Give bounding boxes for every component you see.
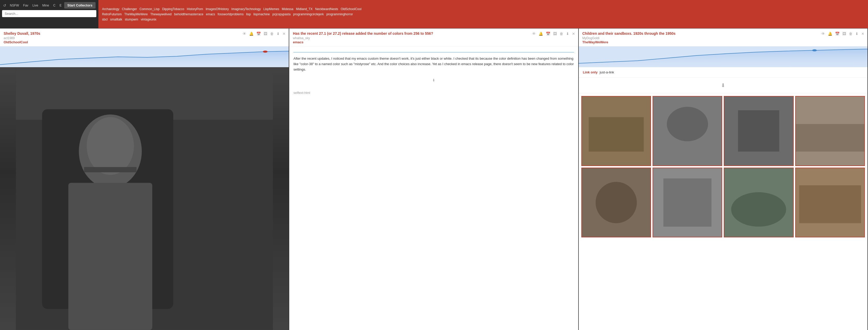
card-1-image-icon[interactable]: 🖼 xyxy=(263,31,268,36)
cards-area: Shelley Duvall, 1970s act1989 OldSchoolC… xyxy=(0,29,868,330)
subreddit-tag-neckbeardnests[interactable]: NeckbeardNests xyxy=(315,7,339,11)
nav-mine[interactable]: Mine xyxy=(41,3,51,8)
subreddit-tag-challenger[interactable]: Challenger xyxy=(121,7,137,11)
svg-point-5 xyxy=(79,114,142,188)
card-3-image-icon[interactable]: 🖼 xyxy=(842,31,846,36)
card-2: Has the recent 27.1 (or 27.2) release ad… xyxy=(289,29,579,330)
nav-buttons: ↺ NSFW Fav Live Mine C E Start Collector… xyxy=(2,2,96,8)
subreddit-tag-programminghorror[interactable]: programminghorror xyxy=(326,12,353,16)
card-3-bell-icon[interactable]: 🔔 xyxy=(827,31,833,36)
card-3-trash-icon[interactable]: 🗑 xyxy=(848,31,853,36)
subreddit-tag-emacs[interactable]: emacs xyxy=(205,12,215,16)
left-controls: ↺ NSFW Fav Live Mine C E Start Collector… xyxy=(0,0,98,28)
svg-rect-12 xyxy=(589,117,644,152)
start-collectors-button[interactable]: Start Collectors xyxy=(64,2,96,8)
thumb-2[interactable] xyxy=(653,96,722,166)
svg-marker-9 xyxy=(579,49,867,67)
nav-live[interactable]: Live xyxy=(31,3,40,8)
subreddit-tag-programmingcirclejerk[interactable]: programmingcirclejerk xyxy=(292,12,324,16)
card-3-author: MyDogGoldi xyxy=(582,36,864,40)
thumb-7[interactable] xyxy=(724,168,794,238)
thumb-1[interactable] xyxy=(581,96,651,166)
thumb-5[interactable] xyxy=(581,168,651,238)
subreddits-row-1: ArchaeologyChallengerCommon_LispDippingT… xyxy=(101,7,865,11)
subreddit-tag-beholdthemasterrace[interactable]: beholdthemasterrace xyxy=(174,12,204,16)
card-1-download-icon[interactable]: ⬇ xyxy=(276,31,280,36)
card-2-bell-icon[interactable]: 🔔 xyxy=(538,31,544,36)
subreddit-tag-thewaywewere[interactable]: TheWayWeWere xyxy=(124,12,148,16)
subreddit-tag-common_lisp[interactable]: Common_Lisp xyxy=(139,7,160,11)
svg-rect-8 xyxy=(84,167,137,172)
card-3-link-label: Link only xyxy=(583,70,598,74)
nav-e[interactable]: E xyxy=(58,3,63,8)
svg-rect-16 xyxy=(738,110,779,152)
card-3: Children and their sandboxs. 1920s throu… xyxy=(579,29,868,330)
search-input[interactable] xyxy=(2,10,96,17)
svg-point-10 xyxy=(812,49,817,51)
nav-fav[interactable]: Fav xyxy=(22,3,30,8)
card-1-bell-icon[interactable]: 🔔 xyxy=(249,31,254,36)
subreddit-tag-lispmemes[interactable]: LispMemes xyxy=(263,7,280,11)
thumb-3[interactable] xyxy=(724,96,794,166)
card-2-image-icon[interactable]: 🖼 xyxy=(553,31,557,36)
subreddit-tag-imagesofhistory[interactable]: ImagesOfHistory xyxy=(205,7,229,11)
card-1-graph xyxy=(0,47,289,67)
card-3-eye-icon[interactable]: 👁 xyxy=(821,31,826,36)
card-2-calendar-icon[interactable]: 📅 xyxy=(545,31,551,36)
subreddit-tag-retrofuturism[interactable]: RetroFuturism xyxy=(101,12,122,16)
subreddit-tag-dippingtobacco[interactable]: DippingTobacco xyxy=(162,7,185,11)
nav-nsfw[interactable]: NSFW xyxy=(8,3,21,8)
subreddit-tag-stumpwm[interactable]: stumpwm xyxy=(124,18,138,22)
thumb-6[interactable] xyxy=(653,168,722,238)
card-1-author: act1989 xyxy=(4,36,285,40)
thumb-8[interactable] xyxy=(795,168,865,238)
subreddit-tag-imaginarytechnology[interactable]: ImaginaryTechnology xyxy=(231,7,261,11)
card-3-close-icon[interactable]: ✕ xyxy=(861,31,865,36)
subreddit-tag-sbcl[interactable]: sbcl xyxy=(101,18,108,22)
subreddit-tag-midland_tx[interactable]: Midland_TX xyxy=(296,7,313,11)
subreddits-bar: ArchaeologyChallengerCommon_LispDippingT… xyxy=(98,0,868,28)
subreddit-tag-lisp[interactable]: lisp xyxy=(246,12,251,16)
svg-point-20 xyxy=(596,182,637,223)
card-1-image xyxy=(0,67,289,330)
card-3-download-icon[interactable]: ⬇ xyxy=(855,31,859,36)
svg-point-7 xyxy=(87,117,134,175)
refresh-button[interactable]: ↺ xyxy=(2,2,7,8)
card-2-subreddit: emacs xyxy=(293,40,575,44)
card-3-graph xyxy=(579,47,867,67)
card-3-subreddit: TheWayWeWere xyxy=(582,40,864,44)
subreddit-tag-fossworldproblems[interactable]: fossworldproblems xyxy=(217,12,244,16)
subreddit-tag-lispmachine[interactable]: lispmachine xyxy=(253,12,270,16)
card-2-center-download-icon[interactable]: ⬇ xyxy=(432,78,436,83)
card-1-trash-icon[interactable]: 🗑 xyxy=(270,31,274,36)
card-2-trash-icon[interactable]: 🗑 xyxy=(559,31,564,36)
subreddit-tag-smalltalk[interactable]: smalltalk xyxy=(110,18,123,22)
subreddit-tag-thewaywelived[interactable]: Thewaywelived xyxy=(150,12,172,16)
subreddit-tag-pcjcopypasta[interactable]: pcjcopypasta xyxy=(272,12,291,16)
subreddit-tag-midessa[interactable]: Midessa xyxy=(281,7,294,11)
svg-marker-0 xyxy=(0,51,289,67)
card-1-header: Shelley Duvall, 1970s act1989 OldSchoolC… xyxy=(0,29,289,47)
card-1-subreddit: OldSchoolCool xyxy=(4,40,285,44)
card-2-content: After the recent updates, I noticed that… xyxy=(289,47,578,330)
card-1-calendar-icon[interactable]: 📅 xyxy=(256,31,261,36)
card-3-center-download-icon[interactable]: ⬇ xyxy=(720,82,726,89)
nav-c[interactable]: C xyxy=(52,3,57,8)
card-2-close-icon[interactable]: ✕ xyxy=(571,31,576,36)
card-2-eye-icon[interactable]: 👁 xyxy=(532,31,536,36)
card-1-eye-icon[interactable]: 👁 xyxy=(242,31,247,36)
svg-rect-6 xyxy=(68,183,152,330)
subreddit-tag-oldschoolcool[interactable]: OldSchoolCool xyxy=(340,7,362,11)
subreddits-row-2: RetroFuturismTheWayWeWereThewaywelivedbe… xyxy=(101,12,865,16)
card-1-photo xyxy=(0,67,289,330)
card-1: Shelley Duvall, 1970s act1989 OldSchoolC… xyxy=(0,29,289,330)
subreddits-row-3: sbclsmalltalkstumpwmvintageunix xyxy=(101,18,865,22)
card-3-calendar-icon[interactable]: 📅 xyxy=(835,31,840,36)
subreddit-tag-historyporn[interactable]: HistoryPorn xyxy=(186,7,204,11)
card-3-link-text: just-a-link xyxy=(600,70,614,74)
subreddit-tag-archaeology[interactable]: Archaeology xyxy=(101,7,120,11)
subreddit-tag-vintageunix[interactable]: vintageunix xyxy=(140,18,157,22)
card-2-download-icon[interactable]: ⬇ xyxy=(565,31,570,36)
card-1-close-icon[interactable]: ✕ xyxy=(282,31,286,36)
thumb-4[interactable] xyxy=(795,96,865,166)
